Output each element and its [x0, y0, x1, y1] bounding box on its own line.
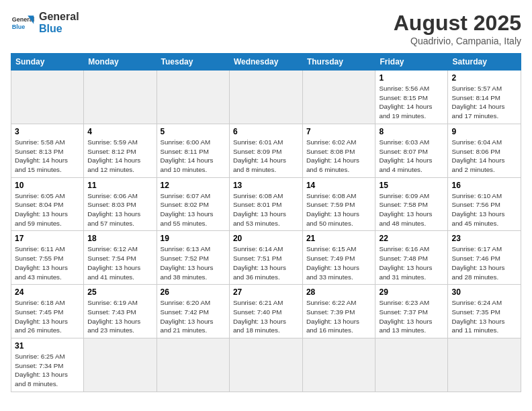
day-number: 25 — [87, 287, 152, 297]
day-info: Sunrise: 6:21 AM Sunset: 7:40 PM Dayligh… — [233, 298, 299, 335]
day-number: 12 — [161, 181, 226, 190]
day-info: Sunrise: 6:13 AM Sunset: 7:52 PM Dayligh… — [161, 244, 226, 281]
day-info: Sunrise: 6:04 AM Sunset: 8:06 PM Dayligh… — [451, 138, 517, 175]
day-info: Sunrise: 6:02 AM Sunset: 8:08 PM Dayligh… — [306, 138, 372, 175]
day-number: 31 — [15, 341, 80, 351]
calendar-day-cell: 6Sunrise: 6:01 AM Sunset: 8:09 PM Daylig… — [229, 124, 302, 177]
calendar-day-cell — [157, 71, 229, 124]
calendar-day-cell: 19Sunrise: 6:13 AM Sunset: 7:52 PM Dayli… — [157, 231, 229, 285]
day-number: 1 — [379, 73, 444, 83]
calendar-day-cell — [84, 71, 157, 124]
day-info: Sunrise: 6:24 AM Sunset: 7:35 PM Dayligh… — [451, 298, 517, 335]
calendar-day-cell: 2Sunrise: 5:57 AM Sunset: 8:14 PM Daylig… — [448, 71, 521, 124]
calendar-day-cell — [302, 71, 375, 124]
day-info: Sunrise: 6:14 AM Sunset: 7:51 PM Dayligh… — [233, 244, 299, 281]
day-number: 23 — [451, 234, 517, 243]
day-number: 16 — [451, 181, 517, 190]
day-info: Sunrise: 6:03 AM Sunset: 8:07 PM Dayligh… — [379, 138, 444, 175]
calendar-day-cell — [11, 71, 84, 124]
calendar-day-cell — [302, 338, 375, 392]
day-info: Sunrise: 6:20 AM Sunset: 7:42 PM Dayligh… — [161, 298, 226, 335]
calendar-day-cell — [229, 71, 302, 124]
calendar-day-cell: 28Sunrise: 6:22 AM Sunset: 7:39 PM Dayli… — [302, 285, 375, 338]
day-info: Sunrise: 6:07 AM Sunset: 8:02 PM Dayligh… — [161, 191, 226, 228]
page-header: General Blue General Blue August 2025 Qu… — [11, 11, 521, 46]
calendar-day-cell — [375, 338, 448, 392]
day-number: 30 — [451, 287, 517, 297]
calendar-week-row: 31Sunrise: 6:25 AM Sunset: 7:34 PM Dayli… — [11, 338, 521, 392]
calendar-day-cell: 4Sunrise: 5:59 AM Sunset: 8:12 PM Daylig… — [84, 124, 157, 177]
day-number: 3 — [15, 127, 80, 136]
day-info: Sunrise: 6:01 AM Sunset: 8:09 PM Dayligh… — [233, 138, 299, 175]
svg-text:Blue: Blue — [12, 24, 26, 30]
calendar-day-cell: 29Sunrise: 6:23 AM Sunset: 7:37 PM Dayli… — [375, 285, 448, 338]
calendar-day-cell: 5Sunrise: 6:00 AM Sunset: 8:11 PM Daylig… — [157, 124, 229, 177]
day-number: 18 — [87, 234, 152, 243]
day-number: 20 — [233, 234, 299, 243]
day-info: Sunrise: 5:59 AM Sunset: 8:12 PM Dayligh… — [87, 138, 152, 175]
calendar-week-row: 3Sunrise: 5:58 AM Sunset: 8:13 PM Daylig… — [11, 124, 521, 177]
day-of-week-header: Saturday — [448, 54, 521, 71]
day-info: Sunrise: 6:00 AM Sunset: 8:11 PM Dayligh… — [161, 138, 226, 175]
day-number: 17 — [15, 234, 80, 243]
calendar-day-cell: 14Sunrise: 6:08 AM Sunset: 7:59 PM Dayli… — [302, 177, 375, 231]
calendar-day-cell: 8Sunrise: 6:03 AM Sunset: 8:07 PM Daylig… — [375, 124, 448, 177]
day-info: Sunrise: 6:10 AM Sunset: 7:56 PM Dayligh… — [451, 191, 517, 228]
calendar-day-cell: 23Sunrise: 6:17 AM Sunset: 7:46 PM Dayli… — [448, 231, 521, 285]
calendar-table: SundayMondayTuesdayWednesdayThursdayFrid… — [11, 53, 521, 392]
day-info: Sunrise: 6:22 AM Sunset: 7:39 PM Dayligh… — [306, 298, 372, 335]
calendar-day-cell: 9Sunrise: 6:04 AM Sunset: 8:06 PM Daylig… — [448, 124, 521, 177]
calendar-day-cell: 10Sunrise: 6:05 AM Sunset: 8:04 PM Dayli… — [11, 177, 84, 231]
logo: General Blue General Blue — [11, 11, 79, 35]
calendar-day-cell: 17Sunrise: 6:11 AM Sunset: 7:55 PM Dayli… — [11, 231, 84, 285]
calendar-day-cell — [84, 338, 157, 392]
logo-general-text: General — [39, 11, 79, 23]
day-info: Sunrise: 5:57 AM Sunset: 8:14 PM Dayligh… — [451, 84, 517, 121]
day-number: 10 — [15, 181, 80, 190]
day-number: 13 — [233, 181, 299, 190]
calendar-header-row: SundayMondayTuesdayWednesdayThursdayFrid… — [11, 54, 521, 71]
calendar-day-cell: 13Sunrise: 6:08 AM Sunset: 8:01 PM Dayli… — [229, 177, 302, 231]
day-number: 29 — [379, 287, 444, 297]
calendar-day-cell: 20Sunrise: 6:14 AM Sunset: 7:51 PM Dayli… — [229, 231, 302, 285]
day-info: Sunrise: 6:09 AM Sunset: 7:58 PM Dayligh… — [379, 191, 444, 228]
day-info: Sunrise: 6:05 AM Sunset: 8:04 PM Dayligh… — [15, 191, 80, 228]
day-of-week-header: Sunday — [11, 54, 84, 71]
day-of-week-header: Tuesday — [157, 54, 229, 71]
day-of-week-header: Wednesday — [229, 54, 302, 71]
day-number: 24 — [15, 287, 80, 297]
day-info: Sunrise: 6:08 AM Sunset: 7:59 PM Dayligh… — [306, 191, 372, 228]
day-of-week-header: Friday — [375, 54, 448, 71]
calendar-day-cell: 11Sunrise: 6:06 AM Sunset: 8:03 PM Dayli… — [84, 177, 157, 231]
day-number: 15 — [379, 181, 444, 190]
day-number: 19 — [161, 234, 226, 243]
day-number: 11 — [87, 181, 152, 190]
day-info: Sunrise: 6:15 AM Sunset: 7:49 PM Dayligh… — [306, 244, 372, 281]
day-number: 7 — [306, 127, 372, 136]
day-number: 4 — [87, 127, 152, 136]
day-info: Sunrise: 6:17 AM Sunset: 7:46 PM Dayligh… — [451, 244, 517, 281]
day-number: 9 — [451, 127, 517, 136]
calendar-day-cell: 25Sunrise: 6:19 AM Sunset: 7:43 PM Dayli… — [84, 285, 157, 338]
calendar-day-cell: 16Sunrise: 6:10 AM Sunset: 7:56 PM Dayli… — [448, 177, 521, 231]
calendar-day-cell: 18Sunrise: 6:12 AM Sunset: 7:54 PM Dayli… — [84, 231, 157, 285]
calendar-day-cell: 15Sunrise: 6:09 AM Sunset: 7:58 PM Dayli… — [375, 177, 448, 231]
calendar-week-row: 24Sunrise: 6:18 AM Sunset: 7:45 PM Dayli… — [11, 285, 521, 338]
calendar-day-cell: 22Sunrise: 6:16 AM Sunset: 7:48 PM Dayli… — [375, 231, 448, 285]
day-number: 26 — [161, 287, 226, 297]
day-number: 21 — [306, 234, 372, 243]
day-info: Sunrise: 6:25 AM Sunset: 7:34 PM Dayligh… — [15, 352, 80, 389]
day-number: 27 — [233, 287, 299, 297]
day-info: Sunrise: 6:19 AM Sunset: 7:43 PM Dayligh… — [87, 298, 152, 335]
day-info: Sunrise: 6:16 AM Sunset: 7:48 PM Dayligh… — [379, 244, 444, 281]
day-number: 8 — [379, 127, 444, 136]
calendar-day-cell: 26Sunrise: 6:20 AM Sunset: 7:42 PM Dayli… — [157, 285, 229, 338]
day-info: Sunrise: 6:23 AM Sunset: 7:37 PM Dayligh… — [379, 298, 444, 335]
day-of-week-header: Thursday — [302, 54, 375, 71]
calendar-day-cell: 31Sunrise: 6:25 AM Sunset: 7:34 PM Dayli… — [11, 338, 84, 392]
calendar-day-cell: 30Sunrise: 6:24 AM Sunset: 7:35 PM Dayli… — [448, 285, 521, 338]
day-number: 22 — [379, 234, 444, 243]
day-number: 5 — [161, 127, 226, 136]
day-number: 28 — [306, 287, 372, 297]
logo-icon: General Blue — [11, 11, 35, 35]
